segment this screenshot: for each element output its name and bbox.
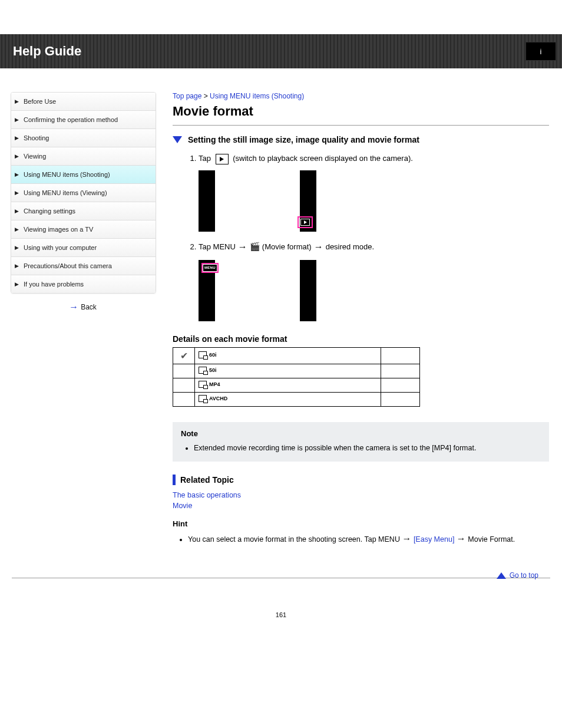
check-cell: ✔ xyxy=(173,347,195,364)
sidebar-item-precautions[interactable]: ▶Precautions/About this camera xyxy=(11,257,156,275)
section-toggle-label: Setting the still image size, image qual… xyxy=(188,135,419,144)
sidebar-item-shooting[interactable]: ▶Shooting xyxy=(11,129,156,147)
step-1: Tap (switch to playback screen displayed… xyxy=(199,153,549,232)
check-cell xyxy=(173,392,195,406)
divider xyxy=(173,125,549,126)
breadcrumb: Top page > Using MENU items (Shooting) xyxy=(173,92,549,100)
breadcrumb-sep: > xyxy=(204,92,208,100)
sidebar-item-label: Confirming the operation method xyxy=(24,116,118,123)
sidebar-item-label: If you have problems xyxy=(24,281,84,288)
step-text: desired mode. xyxy=(326,241,374,253)
breadcrumb-section[interactable]: Using MENU items (Shooting) xyxy=(210,92,304,100)
format-cell: 60i xyxy=(195,347,381,364)
hint-text: You can select a movie format in the sho… xyxy=(188,535,402,543)
page-title: Movie format xyxy=(173,104,549,119)
lcd-illustration-2: MENU xyxy=(199,260,316,321)
page-number: 161 xyxy=(0,611,562,618)
hint-text: Movie Format. xyxy=(468,535,515,543)
go-to-top-button[interactable]: Go to top xyxy=(0,571,538,579)
chevron-right-icon: ▶ xyxy=(15,135,19,141)
sidebar-item-label: Precautions/About this camera xyxy=(24,262,112,269)
chevron-right-icon: ▶ xyxy=(15,226,19,232)
triangle-up-icon xyxy=(497,572,506,579)
chevron-right-icon: ▶ xyxy=(15,281,19,287)
table-row: MP4 xyxy=(173,378,420,392)
table-row: 50i xyxy=(173,364,420,378)
header-badge: i xyxy=(525,42,556,61)
sidebar-item-label: Shooting xyxy=(24,134,49,141)
note-box: Note Extended movie recording time is po… xyxy=(173,422,549,462)
accent-bar-icon xyxy=(173,475,176,485)
page-header-title: Help Guide xyxy=(13,44,81,59)
hint-item: You can select a movie format in the sho… xyxy=(188,532,549,546)
sidebar-item-label: Viewing images on a TV xyxy=(24,226,93,233)
sidebar-item-before-use[interactable]: ▶Before Use xyxy=(11,93,156,111)
movie-format-icon: 🎬 xyxy=(250,241,260,253)
format-table: ✔ 60i 50i MP4 AVCHD xyxy=(173,347,420,407)
step-2: Tap MENU → 🎬 (Movie format) → desired mo… xyxy=(199,240,549,321)
sidebar-item-label: Using MENU items (Shooting) xyxy=(24,171,110,178)
arrow-right-icon: → xyxy=(238,240,247,254)
arrow-right-icon: → xyxy=(314,240,323,254)
sidebar-item-tv[interactable]: ▶Viewing images on a TV xyxy=(11,220,156,239)
header-band: Help Guide i xyxy=(0,34,562,68)
arrow-right-icon: → xyxy=(402,533,411,543)
desc-cell xyxy=(381,392,420,406)
sidebar-item-label: Changing settings xyxy=(24,207,75,215)
sidebar-item-label: Before Use xyxy=(24,98,56,105)
format-cell: MP4 xyxy=(195,378,381,392)
sidebar-item-menu-viewing[interactable]: ▶Using MENU items (Viewing) xyxy=(11,184,156,202)
step-text: (Movie format) xyxy=(262,241,312,253)
sidebar-item-label: Using with your computer xyxy=(24,244,97,251)
highlight-box xyxy=(297,216,313,228)
hint-title: Hint xyxy=(173,519,549,528)
chevron-right-icon: ▶ xyxy=(15,153,19,159)
sidebar: ▶Before Use ▶Confirming the operation me… xyxy=(11,92,156,294)
related-title: Related Topic xyxy=(180,475,234,485)
related-link[interactable]: Movie xyxy=(173,502,549,510)
desc-cell xyxy=(381,364,420,378)
highlight-box: MENU xyxy=(201,263,219,273)
sidebar-item-confirming-operation[interactable]: ▶Confirming the operation method xyxy=(11,111,156,129)
check-cell xyxy=(173,378,195,392)
note-item: Extended movie recording time is possibl… xyxy=(194,443,541,454)
sidebar-item-label: Using MENU items (Viewing) xyxy=(24,189,107,196)
back-label: Back xyxy=(81,303,97,311)
hint-list: You can select a movie format in the sho… xyxy=(173,532,549,546)
sidebar-item-viewing[interactable]: ▶Viewing xyxy=(11,147,156,166)
step-text: Tap MENU xyxy=(199,241,236,253)
breadcrumb-top[interactable]: Top page xyxy=(173,92,201,100)
chevron-right-icon: ▶ xyxy=(15,208,19,214)
chevron-right-icon: ▶ xyxy=(15,245,19,251)
table-row: ✔ 60i xyxy=(173,347,420,364)
arrow-right-icon: → xyxy=(69,302,78,312)
section-toggle[interactable]: Setting the still image size, image qual… xyxy=(173,135,549,144)
desc-cell xyxy=(381,378,420,392)
check-icon: ✔ xyxy=(180,351,188,361)
table-heading: Details on each movie format xyxy=(173,334,549,344)
chevron-right-icon: ▶ xyxy=(15,98,19,104)
related-link[interactable]: The basic operations xyxy=(173,491,549,499)
format-icon: MP4 xyxy=(199,381,220,388)
table-row: AVCHD xyxy=(173,392,420,406)
sidebar-item-changing-settings[interactable]: ▶Changing settings xyxy=(11,202,156,220)
back-button[interactable]: → Back xyxy=(11,302,155,312)
step-text: (switch to playback screen displayed on … xyxy=(233,154,413,163)
sidebar-item-problems[interactable]: ▶If you have problems xyxy=(11,275,156,293)
format-icon: 50i xyxy=(199,367,217,374)
go-top-label: Go to top xyxy=(510,571,538,579)
chevron-right-icon: ▶ xyxy=(15,263,19,269)
step-text: Tap xyxy=(199,154,213,163)
lcd-illustration-1 xyxy=(199,170,316,232)
note-title: Note xyxy=(181,429,541,438)
chevron-right-icon: ▶ xyxy=(15,190,19,196)
check-cell xyxy=(173,364,195,378)
sidebar-item-computer[interactable]: ▶Using with your computer xyxy=(11,239,156,257)
format-cell: AVCHD xyxy=(195,392,381,406)
format-icon: 60i xyxy=(199,351,217,358)
format-icon: AVCHD xyxy=(199,395,227,402)
steps-list: Tap (switch to playback screen displayed… xyxy=(173,153,549,321)
easy-menu-link[interactable]: [Easy Menu] xyxy=(414,535,454,543)
triangle-down-icon xyxy=(173,136,182,143)
sidebar-item-menu-shooting[interactable]: ▶Using MENU items (Shooting) xyxy=(11,166,156,184)
